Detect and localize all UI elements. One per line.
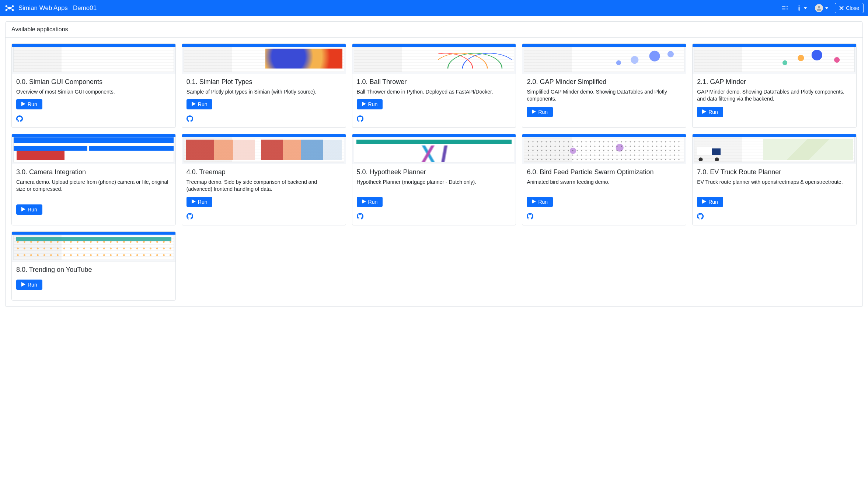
form-view-button[interactable]: [780, 4, 790, 13]
apps-panel: Available applications 0.0. Simian GUI C…: [5, 21, 863, 307]
brand-logo-icon: [4, 3, 15, 13]
app-card-footer: [352, 210, 516, 225]
github-link[interactable]: [357, 213, 363, 221]
app-title: 2.0. GAP Minder Simplified: [527, 78, 681, 86]
app-thumbnail: [522, 134, 686, 164]
caret-down-icon: [825, 7, 828, 9]
svg-rect-2: [7, 7, 8, 8]
app-description: EV Truck route planner with openstreetma…: [697, 179, 852, 193]
app-card: 3.0. Camera IntegrationCamera demo. Uplo…: [11, 134, 176, 225]
app-thumbnail: [693, 134, 856, 164]
app-card-body: 4.0. TreemapTreemap demo. Side by side c…: [182, 164, 346, 210]
run-button[interactable]: Run: [16, 99, 42, 109]
svg-point-17: [818, 6, 820, 8]
run-button-label: Run: [368, 199, 378, 205]
app-description: Camera demo. Upload picture from (phone)…: [16, 179, 171, 201]
app-card-body: 0.1. Simian Plot TypesSample of Plotly p…: [182, 74, 346, 112]
play-icon: [702, 109, 706, 115]
play-icon: [21, 101, 25, 107]
topbar-right: Close: [780, 3, 864, 14]
app-card-footer: [12, 293, 175, 300]
avatar-icon: [815, 4, 823, 12]
app-card: 7.0. EV Truck Route PlannerEV Truck rout…: [692, 134, 857, 225]
app-card-footer: [693, 120, 856, 127]
github-icon: [357, 115, 363, 123]
app-description: Animated bird swarm feeding demo.: [527, 179, 681, 193]
play-icon: [192, 101, 196, 107]
app-card-body: 0.0. Simian GUI ComponentsOverview of mo…: [12, 74, 175, 112]
run-button[interactable]: Run: [357, 99, 383, 109]
play-icon: [702, 199, 706, 205]
app-thumbnail: [693, 44, 856, 74]
play-icon: [362, 199, 366, 205]
run-button-label: Run: [538, 109, 548, 115]
app-description: GAP Minder demo. Showing DataTables and …: [697, 88, 852, 104]
run-button-label: Run: [28, 282, 37, 288]
app-thumbnail: [12, 44, 175, 74]
app-card: 2.1. GAP MinderGAP Minder demo. Showing …: [692, 43, 857, 128]
github-link[interactable]: [16, 115, 23, 123]
close-icon: [839, 6, 844, 10]
info-dropdown-button[interactable]: [795, 3, 808, 13]
app-card-body: 2.0. GAP Minder SimplifiedSimplified GAP…: [522, 74, 686, 120]
app-title: 7.0. EV Truck Route Planner: [697, 168, 852, 176]
github-icon: [357, 213, 363, 221]
run-button-label: Run: [538, 199, 548, 205]
app-card: 0.0. Simian GUI ComponentsOverview of mo…: [11, 43, 176, 128]
top-bar: Simian Web Apps Demo01: [0, 0, 868, 16]
content-area: Available applications 0.0. Simian GUI C…: [0, 16, 868, 318]
app-title: 3.0. Camera Integration: [16, 168, 171, 176]
app-thumbnail: [12, 232, 175, 262]
github-icon: [697, 213, 704, 221]
run-button[interactable]: Run: [187, 197, 213, 207]
svg-point-0: [8, 7, 11, 10]
play-icon: [362, 101, 366, 107]
play-icon: [21, 207, 25, 213]
app-description: Overview of most Simian GUI components.: [16, 88, 171, 96]
github-link[interactable]: [357, 115, 363, 123]
app-description: Sample of Plotly plot types in Simian (w…: [187, 88, 341, 96]
run-button[interactable]: Run: [187, 99, 213, 109]
app-thumbnail: [352, 134, 516, 164]
app-card: 6.0. Bird Feed Particle Swarm Optimizati…: [522, 134, 686, 225]
app-card-footer: [352, 112, 516, 127]
run-button[interactable]: Run: [697, 107, 723, 117]
app-title: 0.0. Simian GUI Components: [16, 78, 171, 86]
app-title: 5.0. Hypotheek Planner: [357, 168, 512, 176]
run-button-label: Run: [368, 101, 378, 107]
apps-grid: 0.0. Simian GUI ComponentsOverview of mo…: [6, 38, 862, 306]
github-link[interactable]: [697, 213, 704, 221]
app-description: Simplified GAP Minder demo. Showing Data…: [527, 88, 681, 104]
play-icon: [532, 109, 536, 115]
app-card: 5.0. Hypotheek PlannerHypotheek Planner …: [352, 134, 516, 225]
run-button[interactable]: Run: [16, 204, 42, 215]
github-icon: [16, 115, 23, 123]
svg-rect-8: [10, 8, 12, 10]
close-button[interactable]: Close: [835, 3, 864, 13]
app-title: 0.1. Simian Plot Types: [187, 78, 341, 86]
github-link[interactable]: [187, 213, 193, 221]
run-button-label: Run: [198, 101, 208, 107]
app-thumbnail: [182, 134, 346, 164]
run-button[interactable]: Run: [527, 197, 553, 207]
github-link[interactable]: [187, 115, 193, 123]
svg-rect-6: [7, 8, 8, 10]
user-menu-button[interactable]: [813, 3, 830, 14]
brand-subtitle: Demo01: [73, 4, 97, 12]
run-button[interactable]: Run: [527, 107, 553, 117]
github-link[interactable]: [527, 213, 533, 221]
play-icon: [192, 199, 196, 205]
svg-rect-16: [799, 7, 800, 11]
app-card-body: 8.0. Trending on YouTubeRun: [12, 262, 175, 293]
run-button[interactable]: Run: [697, 197, 723, 207]
app-card-footer: [522, 120, 686, 127]
app-card-body: 6.0. Bird Feed Particle Swarm Optimizati…: [522, 164, 686, 210]
app-title: 2.1. GAP Minder: [697, 78, 852, 86]
app-card: 1.0. Ball ThrowerBall Thrower demo in Py…: [352, 43, 516, 128]
run-button[interactable]: Run: [16, 280, 42, 290]
run-button-label: Run: [28, 207, 37, 213]
app-title: 8.0. Trending on YouTube: [16, 266, 171, 274]
run-button[interactable]: Run: [357, 197, 383, 207]
github-icon: [187, 115, 193, 123]
app-card-body: 1.0. Ball ThrowerBall Thrower demo in Py…: [352, 74, 516, 112]
